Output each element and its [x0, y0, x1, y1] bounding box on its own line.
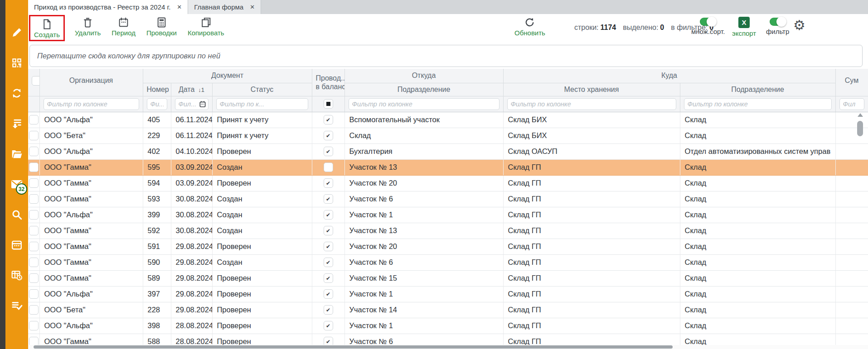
cell-from-dep[interactable]: Участок № 20 [344, 175, 503, 191]
row-checkbox[interactable] [29, 273, 39, 283]
cell-date[interactable]: 30.08.2024 [171, 191, 212, 207]
posted-checkbox[interactable]: ✔ [324, 242, 333, 251]
table-row[interactable]: ООО "Бета"22906.11.2024Принят к учету✔Ск… [28, 128, 868, 143]
cell-storage[interactable]: Склад ГП [503, 239, 680, 254]
filter-org-input[interactable] [44, 98, 139, 110]
create-button[interactable]: Создать [32, 17, 62, 39]
cell-storage[interactable]: Склад ГП [503, 254, 680, 270]
row-select-checkbox[interactable] [28, 128, 39, 143]
cell-sum[interactable] [835, 286, 868, 302]
filter-posted-checkbox[interactable] [324, 99, 333, 109]
cell-to-dep[interactable]: Склад [680, 302, 835, 318]
table-row[interactable]: ООО "Альфа"40204.10.2024Проверен✔Бухгалт… [28, 143, 868, 159]
tab-registry[interactable]: Приход из производства - Реестр за 2024 … [28, 0, 188, 14]
table-row[interactable]: ООО "Гамма"59129.08.2024Проверен✔Участок… [28, 239, 868, 254]
row-checkbox[interactable] [29, 163, 39, 172]
row-checkbox[interactable] [29, 226, 39, 235]
multisort-toggle[interactable]: множ.сорт. [691, 18, 725, 35]
cell-storage[interactable]: Склад ГП [503, 159, 680, 175]
column-header-from-dep[interactable]: Подразделение [344, 83, 503, 96]
cell-from-dep[interactable]: Склад [344, 128, 503, 143]
cell-posted[interactable]: ✔ [312, 254, 344, 270]
cell-status[interactable]: Создан [212, 159, 312, 175]
cell-to-dep[interactable]: Склад [680, 207, 835, 223]
cell-date[interactable]: 06.11.2024 [171, 112, 212, 128]
row-select-checkbox[interactable] [28, 286, 39, 302]
row-checkbox[interactable] [29, 194, 39, 204]
mail-icon[interactable]: 32 [11, 178, 23, 190]
column-header-num[interactable]: Номер [143, 83, 171, 96]
cell-num[interactable]: 595 [143, 159, 171, 175]
horizontal-scrollbar[interactable] [28, 345, 868, 349]
cell-status[interactable]: Создан [212, 254, 312, 270]
cell-storage[interactable]: Склад ГП [503, 302, 680, 318]
posted-checkbox[interactable]: ✔ [324, 289, 333, 299]
cell-org[interactable]: ООО "Гамма" [39, 175, 143, 191]
cell-org[interactable]: ООО "Бета" [39, 302, 143, 318]
cell-to-dep[interactable]: Склад [680, 112, 835, 128]
cell-sum[interactable] [835, 302, 868, 318]
period-button[interactable]: Период [110, 15, 137, 38]
cell-org[interactable]: ООО "Альфа" [39, 143, 143, 159]
row-select-checkbox[interactable] [28, 318, 39, 334]
cell-from-dep[interactable]: Участок № 6 [344, 254, 503, 270]
cell-date[interactable]: 04.10.2024 [171, 143, 212, 159]
cell-sum[interactable] [835, 175, 868, 191]
cell-status[interactable]: Принят к учету [212, 112, 312, 128]
table-row[interactable]: ООО "Альфа"40506.11.2024Принят к учету✔В… [28, 112, 868, 128]
sync-icon[interactable] [11, 87, 23, 99]
row-checkbox[interactable] [29, 258, 39, 267]
cell-num[interactable]: 228 [143, 302, 171, 318]
column-header-to-dep[interactable]: Подразделение [680, 83, 835, 96]
cell-sum[interactable] [835, 223, 868, 239]
cell-sum[interactable] [835, 270, 868, 286]
posted-checkbox[interactable]: ✔ [324, 273, 333, 283]
cell-posted[interactable]: ✔ [312, 175, 344, 191]
table-row[interactable]: ООО "Гамма"59503.09.2024СозданУчасток № … [28, 159, 868, 175]
cell-org[interactable]: ООО "Альфа" [39, 286, 143, 302]
cell-to-dep[interactable]: Склад [680, 175, 835, 191]
cell-posted[interactable]: ✔ [312, 143, 344, 159]
cell-from-dep[interactable]: Участок № 1 [344, 318, 503, 334]
row-checkbox[interactable] [29, 147, 39, 156]
cell-to-dep[interactable]: Склад [680, 254, 835, 270]
cell-date[interactable]: 30.08.2024 [171, 223, 212, 239]
cell-to-dep[interactable]: Склад [680, 128, 835, 143]
posted-checkbox[interactable]: ✔ [324, 321, 333, 330]
row-checkbox[interactable] [29, 115, 39, 124]
cell-org[interactable]: ООО "Гамма" [39, 270, 143, 286]
filter-sum-input[interactable] [839, 98, 864, 110]
row-checkbox[interactable] [29, 305, 39, 315]
cell-date[interactable]: 29.08.2024 [171, 270, 212, 286]
table-row[interactable]: ООО "Гамма"59029.08.2024Создан✔Участок №… [28, 254, 868, 270]
row-select-checkbox[interactable] [28, 254, 39, 270]
table-row[interactable]: ООО "Альфа"39729.08.2024Проверен✔Участок… [28, 286, 868, 302]
cell-sum[interactable] [835, 143, 868, 159]
cell-to-dep[interactable]: Склад [680, 318, 835, 334]
table-row[interactable]: ООО "Гамма"59330.08.2024Создан✔Участок №… [28, 191, 868, 207]
close-icon[interactable]: ✕ [177, 4, 182, 10]
cell-from-dep[interactable]: Участок № 15 [344, 270, 503, 286]
cell-posted[interactable]: ✔ [312, 270, 344, 286]
cell-date[interactable]: 28.08.2024 [171, 318, 212, 334]
folder-open-icon[interactable] [11, 148, 23, 160]
cell-from-dep[interactable]: Участок № 6 [344, 191, 503, 207]
posted-checkbox[interactable]: ✔ [324, 178, 333, 188]
cell-storage[interactable]: Склад ГП [503, 223, 680, 239]
select-all-checkbox[interactable] [32, 76, 39, 86]
filter-from-dep-input[interactable] [349, 98, 499, 110]
cell-to-dep[interactable]: Склад [680, 159, 835, 175]
cell-sum[interactable] [835, 239, 868, 254]
group-by-bar[interactable]: Перетащите сюда колонку для группировки … [29, 45, 863, 67]
cell-org[interactable]: ООО "Гамма" [39, 159, 143, 175]
settings-gear-icon[interactable]: ⚙ [793, 19, 805, 32]
row-select-checkbox[interactable] [28, 112, 39, 128]
row-checkbox[interactable] [29, 289, 39, 299]
posted-checkbox[interactable]: ✔ [324, 226, 333, 235]
row-select-checkbox[interactable] [28, 207, 39, 223]
cell-date[interactable]: 29.08.2024 [171, 286, 212, 302]
cell-num[interactable]: 399 [143, 207, 171, 223]
row-select-checkbox[interactable] [28, 270, 39, 286]
cell-posted[interactable]: ✔ [312, 223, 344, 239]
qr-code-icon[interactable] [11, 57, 23, 69]
